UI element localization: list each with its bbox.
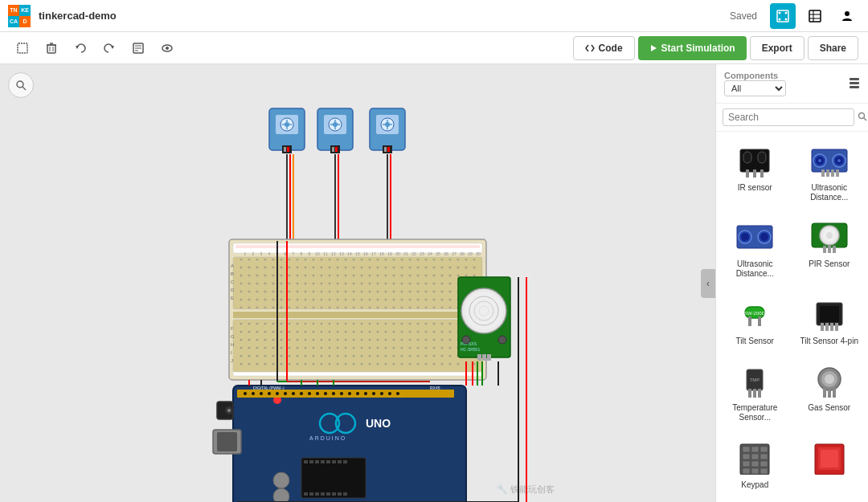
svg-rect-248 — [828, 246, 831, 253]
svg-text:H: H — [231, 342, 234, 347]
code-icon — [585, 43, 595, 53]
svg-rect-283 — [760, 468, 768, 474]
svg-point-185 — [273, 488, 289, 502]
svg-point-242 — [760, 233, 768, 241]
svg-rect-51 — [384, 147, 387, 152]
svg-rect-282 — [751, 468, 759, 474]
search-icon — [858, 112, 867, 121]
svg-point-153 — [308, 392, 311, 395]
svg-point-149 — [276, 392, 279, 395]
temp-sensor-image: TMP — [729, 362, 780, 401]
svg-point-118 — [465, 292, 503, 330]
ultrasonic2-image — [729, 218, 780, 257]
zoom-control[interactable] — [8, 72, 34, 98]
toolbar: Code Start Simulation Export Share — [0, 32, 868, 64]
svg-point-1 — [779, 11, 781, 14]
svg-text:4: 4 — [268, 251, 271, 256]
component-keypad[interactable]: Keypad — [721, 435, 789, 496]
svg-rect-270 — [833, 388, 836, 398]
select-tool-button[interactable] — [10, 35, 35, 61]
svg-point-151 — [292, 392, 295, 395]
visibility-button[interactable] — [154, 35, 180, 61]
svg-rect-175 — [343, 460, 347, 463]
svg-rect-33 — [284, 147, 286, 152]
undo-button[interactable] — [68, 35, 93, 61]
redo-button[interactable] — [96, 35, 122, 61]
svg-point-246 — [826, 232, 833, 239]
svg-rect-218 — [850, 86, 859, 88]
svg-text:D: D — [231, 288, 235, 292]
svg-point-23 — [166, 47, 169, 50]
svg-point-127 — [462, 336, 470, 344]
profile-button[interactable] — [834, 3, 860, 29]
component-red[interactable] — [796, 435, 864, 496]
ir-sensor-image — [729, 142, 780, 181]
svg-point-158 — [348, 392, 351, 395]
svg-rect-177 — [309, 492, 313, 496]
tilt-sensor-image: SW-200D — [729, 296, 780, 334]
svg-rect-179 — [321, 492, 325, 496]
simulation-button[interactable]: Start Simulation — [638, 36, 747, 60]
svg-text:G: G — [231, 334, 235, 339]
component-tilt-sensor[interactable]: SW-200D Tilt Sensor — [721, 292, 789, 352]
search-bar — [716, 104, 868, 132]
canvas-area[interactable]: A B C D E /* holes drawn below */ F G H … — [0, 64, 715, 502]
svg-rect-262 — [748, 389, 751, 398]
sidebar-header: Components All Sensors Actuators Display… — [716, 64, 868, 104]
header: TN KE CA D tinkercad-demo Saved — [0, 0, 868, 32]
svg-rect-42 — [332, 147, 334, 152]
svg-text:A: A — [231, 263, 234, 268]
components-grid: IR sensor — [716, 132, 868, 502]
svg-rect-217 — [850, 82, 859, 84]
svg-point-157 — [340, 392, 343, 395]
share-label: Share — [820, 43, 846, 54]
keypad-label: Keypad — [741, 480, 768, 490]
svg-rect-110 — [239, 259, 478, 308]
component-pir-sensor[interactable]: PIR Sensor — [796, 214, 864, 284]
collapse-panel-button[interactable]: ‹ — [701, 269, 715, 298]
svg-rect-223 — [758, 152, 766, 163]
svg-point-163 — [388, 392, 391, 395]
keypad-image — [729, 439, 780, 478]
svg-rect-226 — [760, 169, 764, 178]
code-button[interactable]: Code — [573, 36, 635, 60]
tilt4pin-svg — [809, 299, 850, 331]
svg-text:HC-SR501: HC-SR501 — [461, 347, 480, 352]
svg-rect-279 — [751, 461, 759, 467]
ir-sensor-label: IR sensor — [738, 183, 772, 193]
delete-button[interactable] — [39, 35, 64, 61]
svg-rect-167 — [301, 458, 366, 498]
svg-text:ARDUINO: ARDUINO — [309, 435, 346, 441]
svg-line-220 — [864, 117, 867, 120]
svg-text:17: 17 — [371, 251, 376, 256]
component-tilt4pin[interactable]: Tilt Sensor 4-pin — [796, 292, 864, 352]
search-button[interactable] — [858, 112, 867, 124]
svg-rect-255 — [820, 306, 839, 322]
svg-point-154 — [316, 392, 319, 395]
component-ultrasonic2[interactable]: Ultrasonic Distance... — [721, 214, 789, 284]
component-ultrasonic1[interactable]: Ultrasonic Distance... — [796, 138, 864, 208]
svg-rect-181 — [332, 492, 336, 496]
search-input[interactable] — [723, 108, 854, 126]
svg-text:SW-200D: SW-200D — [744, 311, 766, 316]
component-ir-sensor[interactable]: IR sensor — [721, 138, 789, 208]
component-gas-sensor[interactable]: Gas Sensor — [796, 358, 864, 428]
schematic-view-button[interactable] — [770, 3, 796, 29]
svg-rect-235 — [826, 169, 829, 177]
note-button[interactable] — [125, 35, 151, 61]
table-view-button[interactable] — [802, 3, 828, 29]
tilt4pin-image — [804, 296, 855, 334]
component-temp-sensor[interactable]: TMP Temperature Sensor... — [721, 358, 789, 428]
svg-rect-10 — [18, 43, 27, 53]
svg-text:16: 16 — [363, 251, 368, 256]
svg-point-146 — [252, 392, 255, 395]
svg-rect-172 — [326, 460, 330, 463]
svg-rect-280 — [760, 461, 768, 467]
svg-point-155 — [324, 392, 327, 395]
share-button[interactable]: Share — [808, 36, 858, 60]
svg-point-9 — [845, 11, 850, 16]
components-filter[interactable]: All Sensors Actuators Displays — [724, 80, 786, 96]
svg-text:26: 26 — [444, 251, 448, 256]
export-button[interactable]: Export — [750, 36, 805, 60]
list-view-button[interactable] — [849, 77, 860, 91]
